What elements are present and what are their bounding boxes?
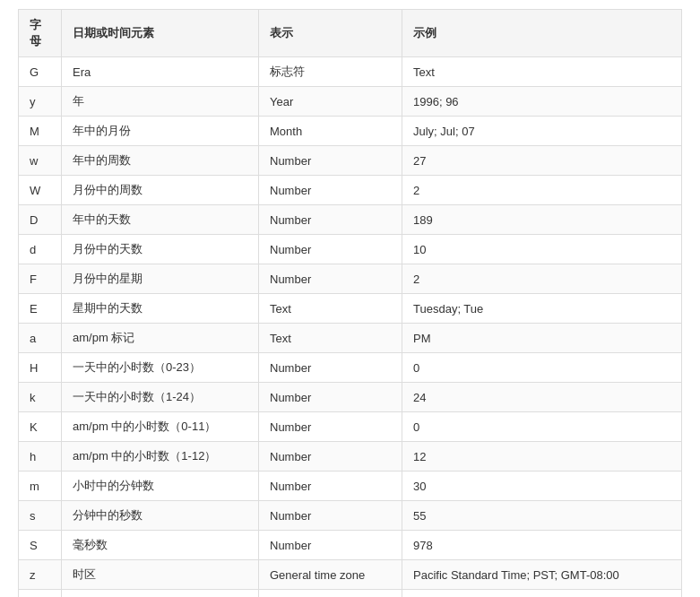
cell-example: PM: [402, 324, 682, 353]
cell-presentation: Number: [259, 383, 402, 412]
cell-presentation: Number: [259, 442, 402, 472]
table-row: D年中的天数Number189: [19, 205, 682, 235]
table-row: W月份中的周数Number2: [19, 176, 682, 205]
table-row: H一天中的小时数（0-23）Number0: [19, 353, 682, 383]
cell-presentation: Year: [259, 87, 402, 117]
cell-letter: Z: [19, 590, 62, 598]
cell-letter: k: [19, 383, 62, 412]
cell-element: 分钟中的秒数: [62, 501, 259, 531]
table-row: d月份中的天数Number10: [19, 235, 682, 264]
table-row: w年中的周数Number27: [19, 146, 682, 176]
table-row: y年Year1996; 96: [19, 87, 682, 117]
cell-example: 24: [402, 383, 682, 412]
cell-example: 55: [402, 501, 682, 531]
header-element: 日期或时间元素: [62, 10, 259, 57]
cell-letter: w: [19, 146, 62, 176]
cell-element: 月份中的天数: [62, 235, 259, 264]
cell-element: 时区: [62, 560, 259, 590]
header-letter: 字母: [19, 10, 62, 57]
cell-example: July; Jul; 07: [402, 117, 682, 146]
cell-element: 一天中的小时数（1-24）: [62, 383, 259, 412]
cell-example: Tuesday; Tue: [402, 294, 682, 324]
cell-presentation: Number: [259, 501, 402, 531]
header-example: 示例: [402, 10, 682, 57]
table-row: m小时中的分钟数Number30: [19, 472, 682, 501]
table-row: z时区General time zonePacific Standard Tim…: [19, 560, 682, 590]
cell-letter: y: [19, 87, 62, 117]
cell-element: 星期中的天数: [62, 294, 259, 324]
cell-letter: W: [19, 176, 62, 205]
cell-element: 小时中的分钟数: [62, 472, 259, 501]
cell-example: 27: [402, 146, 682, 176]
cell-example: 2: [402, 264, 682, 294]
cell-letter: z: [19, 560, 62, 590]
date-format-table: 字母 日期或时间元素 表示 示例 GEra标志符Texty年Year1996; …: [18, 9, 682, 597]
cell-example: 189: [402, 205, 682, 235]
cell-example: 0: [402, 353, 682, 383]
cell-example: 30: [402, 472, 682, 501]
cell-letter: S: [19, 531, 62, 560]
cell-presentation: Month: [259, 117, 402, 146]
cell-presentation: Number: [259, 176, 402, 205]
cell-element: am/pm 中的小时数（0-11）: [62, 412, 259, 442]
table-row: M年中的月份MonthJuly; Jul; 07: [19, 117, 682, 146]
cell-presentation: Number: [259, 472, 402, 501]
cell-example: 978: [402, 531, 682, 560]
cell-element: 月份中的星期: [62, 264, 259, 294]
cell-example: Pacific Standard Time; PST; GMT-08:00: [402, 560, 682, 590]
cell-letter: G: [19, 57, 62, 87]
table-row: aam/pm 标记TextPM: [19, 324, 682, 353]
cell-element: 时区: [62, 590, 259, 598]
cell-presentation: Number: [259, 146, 402, 176]
cell-presentation: Text: [259, 324, 402, 353]
table-row: S毫秒数Number978: [19, 531, 682, 560]
cell-example: 10: [402, 235, 682, 264]
cell-letter: M: [19, 117, 62, 146]
table-header-row: 字母 日期或时间元素 表示 示例: [19, 10, 682, 57]
cell-element: am/pm 中的小时数（1-12）: [62, 442, 259, 472]
cell-presentation: Number: [259, 353, 402, 383]
cell-example: 1996; 96: [402, 87, 682, 117]
cell-element: Era: [62, 57, 259, 87]
cell-example: 12: [402, 442, 682, 472]
cell-letter: D: [19, 205, 62, 235]
cell-element: 毫秒数: [62, 531, 259, 560]
cell-presentation: Text: [259, 294, 402, 324]
cell-letter: s: [19, 501, 62, 531]
table-row: s分钟中的秒数Number55: [19, 501, 682, 531]
cell-presentation: Number: [259, 205, 402, 235]
table-row: ham/pm 中的小时数（1-12）Number12: [19, 442, 682, 472]
table-row: k一天中的小时数（1-24）Number24: [19, 383, 682, 412]
table-row: GEra标志符Text: [19, 57, 682, 87]
cell-example: 2: [402, 176, 682, 205]
cell-element: 一天中的小时数（0-23）: [62, 353, 259, 383]
cell-element: 年中的周数: [62, 146, 259, 176]
main-container: 字母 日期或时间元素 表示 示例 GEra标志符Texty年Year1996; …: [0, 0, 700, 597]
cell-presentation: Number: [259, 412, 402, 442]
table-row: Z时区RFC 822 time zone-0800: [19, 590, 682, 598]
cell-example: -0800: [402, 590, 682, 598]
cell-letter: d: [19, 235, 62, 264]
cell-letter: F: [19, 264, 62, 294]
cell-letter: H: [19, 353, 62, 383]
header-presentation: 表示: [259, 10, 402, 57]
cell-presentation: RFC 822 time zone: [259, 590, 402, 598]
cell-presentation: Number: [259, 235, 402, 264]
cell-presentation: Number: [259, 531, 402, 560]
cell-letter: E: [19, 294, 62, 324]
cell-element: am/pm 标记: [62, 324, 259, 353]
cell-element: 年中的天数: [62, 205, 259, 235]
cell-presentation: Number: [259, 264, 402, 294]
cell-element: 年: [62, 87, 259, 117]
cell-letter: m: [19, 472, 62, 501]
cell-element: 月份中的周数: [62, 176, 259, 205]
cell-example: Text: [402, 57, 682, 87]
cell-element: 年中的月份: [62, 117, 259, 146]
table-row: Kam/pm 中的小时数（0-11）Number0: [19, 412, 682, 442]
cell-example: 0: [402, 412, 682, 442]
cell-letter: h: [19, 442, 62, 472]
cell-presentation: 标志符: [259, 57, 402, 87]
cell-presentation: General time zone: [259, 560, 402, 590]
table-row: E星期中的天数TextTuesday; Tue: [19, 294, 682, 324]
table-row: F月份中的星期Number2: [19, 264, 682, 294]
